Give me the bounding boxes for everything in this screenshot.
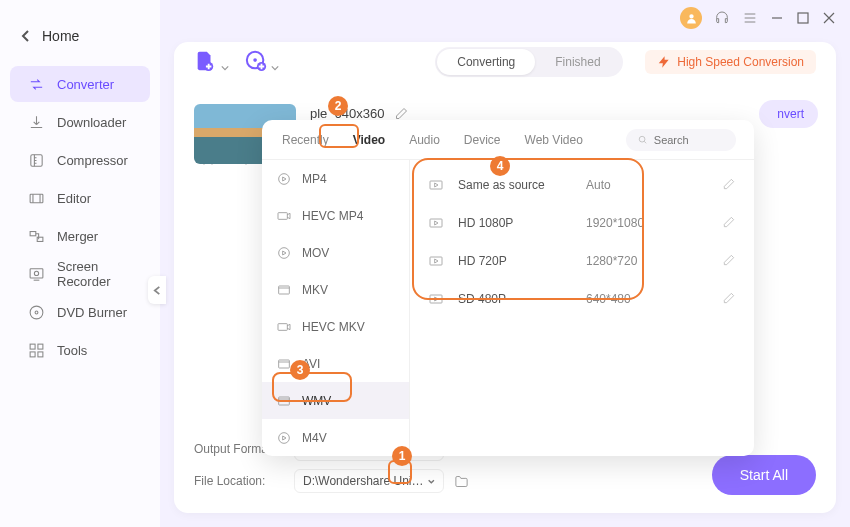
sidebar-item-label: DVD Burner bbox=[57, 305, 127, 320]
video-file-icon bbox=[276, 171, 292, 187]
annotation-ring-2 bbox=[319, 124, 359, 148]
lightning-icon bbox=[657, 55, 671, 69]
screen-recorder-icon bbox=[28, 266, 45, 283]
edit-icon[interactable] bbox=[722, 253, 736, 267]
sidebar-collapse-button[interactable] bbox=[148, 276, 166, 304]
svg-rect-4 bbox=[37, 237, 43, 241]
menu-icon[interactable] bbox=[742, 10, 758, 26]
svg-rect-12 bbox=[38, 351, 43, 356]
video-file-icon bbox=[276, 319, 292, 335]
svg-rect-22 bbox=[278, 212, 287, 219]
caret-down-icon bbox=[428, 477, 435, 486]
search-icon bbox=[638, 134, 648, 146]
close-button[interactable] bbox=[822, 11, 836, 25]
tab-converting[interactable]: Converting bbox=[437, 49, 535, 75]
folder-icon[interactable] bbox=[454, 474, 469, 489]
format-search[interactable] bbox=[626, 129, 736, 151]
status-segmented: Converting Finished bbox=[435, 47, 622, 77]
file-add-icon bbox=[194, 50, 216, 72]
format-item-mkv[interactable]: MKV bbox=[262, 271, 409, 308]
svg-rect-10 bbox=[38, 344, 43, 349]
sidebar-item-tools[interactable]: Tools bbox=[10, 332, 150, 368]
sidebar-item-label: Screen Recorder bbox=[57, 259, 132, 289]
annotation-ring-3 bbox=[272, 372, 352, 402]
sidebar-item-merger[interactable]: Merger bbox=[10, 218, 150, 254]
svg-rect-9 bbox=[30, 344, 35, 349]
headset-icon[interactable] bbox=[714, 10, 730, 26]
svg-point-23 bbox=[279, 247, 290, 258]
edit-icon[interactable] bbox=[722, 177, 736, 191]
svg-rect-5 bbox=[30, 268, 43, 277]
video-file-icon bbox=[276, 282, 292, 298]
search-input[interactable] bbox=[654, 134, 724, 146]
home-link[interactable]: Home bbox=[0, 28, 160, 66]
rename-icon[interactable] bbox=[394, 106, 409, 121]
compressor-icon bbox=[28, 152, 45, 169]
maximize-button[interactable] bbox=[796, 11, 810, 25]
video-file-icon bbox=[276, 208, 292, 224]
svg-rect-26 bbox=[279, 360, 290, 368]
edit-icon[interactable] bbox=[722, 215, 736, 229]
tab-device[interactable]: Device bbox=[462, 129, 503, 151]
titlebar bbox=[666, 0, 850, 36]
format-item-hevc-mp4[interactable]: HEVC MP4 bbox=[262, 197, 409, 234]
start-all-button[interactable]: Start All bbox=[712, 455, 816, 495]
video-file-icon bbox=[276, 245, 292, 261]
annotation-ring-4 bbox=[412, 158, 644, 300]
svg-rect-24 bbox=[279, 286, 290, 294]
format-item-m4v[interactable]: M4V bbox=[262, 419, 409, 456]
svg-point-7 bbox=[30, 306, 43, 319]
chevron-left-icon bbox=[153, 286, 162, 295]
minimize-button[interactable] bbox=[770, 11, 784, 25]
edit-icon[interactable] bbox=[722, 291, 736, 305]
svg-point-20 bbox=[639, 136, 645, 142]
annotation-badge-2: 2 bbox=[328, 96, 348, 116]
annotation-badge-1: 1 bbox=[392, 446, 412, 466]
svg-point-8 bbox=[35, 311, 38, 314]
annotation-badge-3: 3 bbox=[290, 360, 310, 380]
format-item-mp4[interactable]: MP4 bbox=[262, 160, 409, 197]
format-item-mov[interactable]: MOV bbox=[262, 234, 409, 271]
svg-rect-3 bbox=[30, 231, 36, 235]
chevron-left-icon bbox=[20, 30, 32, 42]
svg-point-28 bbox=[279, 432, 290, 443]
toolbar: Converting Finished High Speed Conversio… bbox=[174, 42, 836, 82]
file-location-label: File Location: bbox=[194, 474, 284, 488]
format-item-hevc-mkv[interactable]: HEVC MKV bbox=[262, 308, 409, 345]
sidebar-item-label: Compressor bbox=[57, 153, 128, 168]
file-location-select[interactable]: D:\Wondershare UniConverter 1 bbox=[294, 469, 444, 493]
sidebar-item-downloader[interactable]: Downloader bbox=[10, 104, 150, 140]
add-file-button[interactable] bbox=[194, 50, 229, 75]
sidebar-item-editor[interactable]: Editor bbox=[10, 180, 150, 216]
sidebar: Home Converter Downloader Compressor Edi… bbox=[0, 0, 160, 527]
tab-audio[interactable]: Audio bbox=[407, 129, 442, 151]
svg-point-15 bbox=[253, 58, 257, 62]
dvd-icon bbox=[28, 304, 45, 321]
video-file-icon bbox=[276, 430, 292, 446]
sidebar-item-dvd-burner[interactable]: DVD Burner bbox=[10, 294, 150, 330]
svg-rect-11 bbox=[30, 351, 35, 356]
high-speed-badge[interactable]: High Speed Conversion bbox=[645, 50, 816, 74]
svg-rect-2 bbox=[30, 194, 43, 203]
caret-down-icon bbox=[271, 64, 279, 72]
svg-point-21 bbox=[279, 173, 290, 184]
tab-finished[interactable]: Finished bbox=[535, 49, 620, 75]
sidebar-item-compressor[interactable]: Compressor bbox=[10, 142, 150, 178]
add-dvd-button[interactable] bbox=[245, 50, 280, 75]
editor-icon bbox=[28, 190, 45, 207]
disc-add-icon bbox=[245, 50, 267, 72]
sidebar-item-screen-recorder[interactable]: Screen Recorder bbox=[10, 256, 150, 292]
svg-rect-0 bbox=[798, 13, 808, 23]
convert-button[interactable]: nvert bbox=[759, 100, 818, 128]
sidebar-item-label: Converter bbox=[57, 77, 114, 92]
merger-icon bbox=[28, 228, 45, 245]
sidebar-item-converter[interactable]: Converter bbox=[10, 66, 150, 102]
caret-down-icon bbox=[221, 64, 229, 72]
sidebar-item-label: Tools bbox=[57, 343, 87, 358]
high-speed-label: High Speed Conversion bbox=[677, 55, 804, 69]
tab-web-video[interactable]: Web Video bbox=[523, 129, 585, 151]
home-label: Home bbox=[42, 28, 79, 44]
sidebar-item-label: Downloader bbox=[57, 115, 126, 130]
user-avatar[interactable] bbox=[680, 7, 702, 29]
tools-icon bbox=[28, 342, 45, 359]
